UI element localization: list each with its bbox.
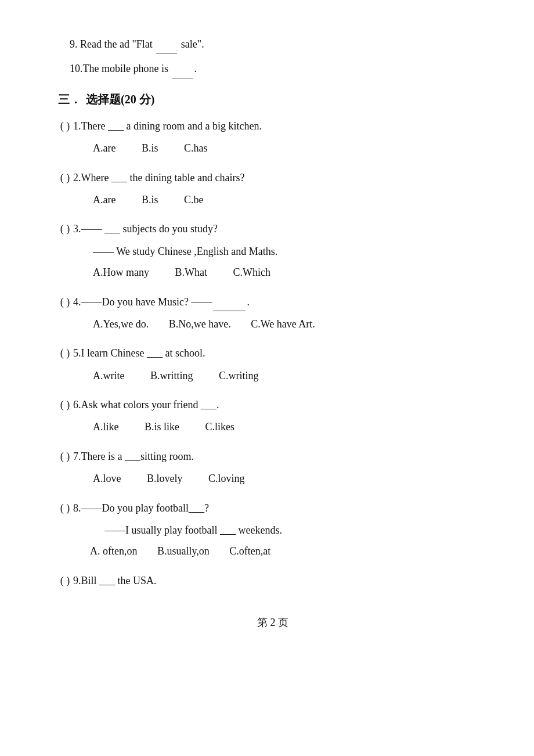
option-1c: C.has: [184, 139, 208, 157]
question-4: ( ) 4.——Do you have Music? ——. A.Yes,we …: [58, 293, 488, 334]
question-1: ( ) 1.There ___ a dining room and a big …: [58, 117, 488, 158]
option-3c: C.Which: [233, 263, 271, 282]
question-4-options: A.Yes,we do. B.No,we have. C.We have Art…: [93, 315, 488, 333]
option-5a: A.write: [93, 366, 124, 385]
question-8-text: 8.——Do you play football___?: [73, 499, 209, 517]
intro-question-10: 10.The mobile phone is .: [58, 59, 488, 78]
option-1a: A.are: [93, 139, 116, 157]
question-3-options: A.How many B.What C.Which: [93, 263, 488, 282]
intro-q10-text: 10.The mobile phone is .: [70, 63, 197, 74]
question-2-line: ( ) 2.Where ___ the dining table and cha…: [58, 168, 488, 187]
option-2c: C.be: [184, 190, 204, 209]
page-number: 第 2 页: [58, 613, 488, 632]
question-6-bracket: ( ): [58, 395, 72, 414]
option-6c: C.likes: [205, 417, 235, 436]
question-8-subtext: ——I usually play football ___ weekends.: [104, 521, 488, 539]
question-5-line: ( ) 5.I learn Chinese ___ at school.: [58, 344, 488, 362]
question-9-bracket: ( ): [58, 571, 72, 590]
option-3b: B.What: [175, 263, 208, 282]
question-6-options: A.like B.is like C.likes: [93, 417, 488, 436]
question-7: ( ) 7.There is a ___sitting room. A.love…: [58, 447, 488, 488]
option-5b: B.writting: [150, 366, 193, 385]
section-label: 三．: [58, 89, 81, 110]
option-4b: B.No,we have.: [169, 315, 231, 333]
question-5-options: A.write B.writting C.writing: [93, 366, 488, 385]
option-2b: B.is: [142, 190, 158, 209]
intro-q9-text: 9. Read the ad "Flat sale".: [70, 38, 204, 50]
question-7-bracket: ( ): [58, 447, 72, 466]
option-7a: A.love: [93, 469, 121, 488]
option-2a: A.are: [93, 190, 116, 209]
question-5: ( ) 5.I learn Chinese ___ at school. A.w…: [58, 344, 488, 385]
question-1-options: A.are B.is C.has: [93, 139, 488, 157]
question-3-bracket: ( ): [58, 219, 72, 238]
option-8b: B.usually,on: [157, 542, 210, 560]
option-1b: B.is: [142, 139, 158, 157]
option-7b: B.lovely: [147, 469, 183, 488]
question-9-line: ( ) 9.Bill ___ the USA.: [58, 571, 488, 590]
question-5-text: 5.I learn Chinese ___ at school.: [73, 344, 205, 362]
question-2-text: 2.Where ___ the dining table and chairs?: [73, 168, 244, 187]
question-7-text: 7.There is a ___sitting room.: [73, 447, 194, 466]
question-7-options: A.love B.lovely C.loving: [93, 469, 488, 488]
question-3: ( ) 3.—— ___ subjects do you study? —— W…: [58, 219, 488, 282]
question-9: ( ) 9.Bill ___ the USA.: [58, 571, 488, 590]
option-3a: A.How many: [93, 263, 149, 282]
question-4-text: 4.——Do you have Music? ——.: [73, 293, 250, 311]
question-6: ( ) 6.Ask what colors your friend ___. A…: [58, 395, 488, 437]
question-8-options: A. often,on B.usually,on C.often,at: [90, 542, 488, 560]
option-7c: C.loving: [208, 469, 245, 488]
question-4-line: ( ) 4.——Do you have Music? ——.: [58, 293, 488, 311]
option-5c: C.writing: [219, 366, 259, 385]
option-8a: A. often,on: [90, 542, 137, 560]
section-header: 三． 选择题(20 分): [58, 89, 488, 110]
question-8-line: ( ) 8.——Do you play football___?: [58, 499, 488, 517]
section-title: 选择题(20 分): [86, 89, 154, 110]
question-1-line: ( ) 1.There ___ a dining room and a big …: [58, 117, 488, 135]
intro-question-9: 9. Read the ad "Flat sale".: [58, 35, 488, 53]
question-6-text: 6.Ask what colors your friend ___.: [73, 395, 219, 414]
option-6a: A.like: [93, 417, 119, 436]
option-6b: B.is like: [145, 417, 179, 436]
question-2: ( ) 2.Where ___ the dining table and cha…: [58, 168, 488, 210]
question-4-bracket: ( ): [58, 293, 72, 311]
question-3-text: 3.—— ___ subjects do you study?: [73, 219, 218, 238]
question-8: ( ) 8.——Do you play football___? ——I usu…: [58, 499, 488, 561]
option-8c: C.often,at: [229, 542, 270, 560]
option-4c: C.We have Art.: [251, 315, 315, 333]
question-8-bracket: ( ): [58, 499, 72, 517]
question-2-options: A.are B.is C.be: [93, 190, 488, 209]
question-2-bracket: ( ): [58, 168, 72, 187]
question-5-bracket: ( ): [58, 344, 72, 362]
page-label: 第 2 页: [257, 617, 288, 628]
question-7-line: ( ) 7.There is a ___sitting room.: [58, 447, 488, 466]
question-9-text: 9.Bill ___ the USA.: [73, 571, 157, 590]
option-4a: A.Yes,we do.: [93, 315, 149, 333]
question-3-subtext: —— We study Chinese ,English and Maths.: [93, 242, 488, 261]
question-1-text: 1.There ___ a dining room and a big kitc…: [73, 117, 262, 135]
question-1-bracket: ( ): [58, 117, 72, 135]
question-3-line: ( ) 3.—— ___ subjects do you study?: [58, 219, 488, 238]
question-6-line: ( ) 6.Ask what colors your friend ___.: [58, 395, 488, 414]
